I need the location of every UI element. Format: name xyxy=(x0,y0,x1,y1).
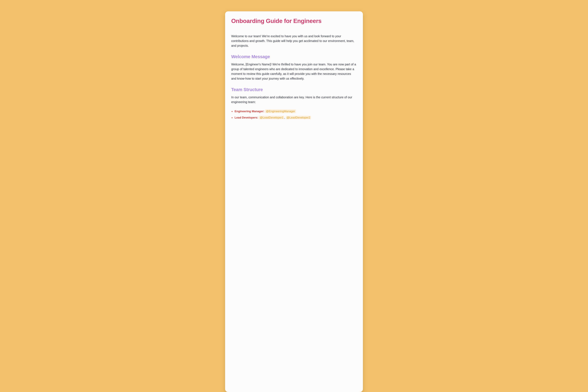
list-item: Lead Developers: @LeadDeveloper1, @LeadD… xyxy=(234,115,357,120)
role-label: Engineering Manager: xyxy=(234,110,264,113)
role-label: Lead Developers: xyxy=(234,116,258,119)
page-title: Onboarding Guide for Engineers xyxy=(231,18,357,25)
mentions-group: @EngineeringManager xyxy=(265,110,296,113)
mentions-group: @LeadDeveloper1, @LeadDeveloper2 xyxy=(259,116,311,119)
list-item: Engineering Manager: @EngineeringManager xyxy=(234,109,357,114)
welcome-body: Welcome, [Engineer's Name]! We're thrill… xyxy=(231,62,357,81)
intro-paragraph: Welcome to our team! We're excited to ha… xyxy=(231,34,357,48)
separator: , xyxy=(284,116,286,119)
section-heading-welcome: Welcome Message xyxy=(231,54,357,59)
team-body: In our team, communication and collabora… xyxy=(231,95,357,104)
mention[interactable]: @LeadDeveloper1 xyxy=(259,116,284,119)
section-heading-team: Team Structure xyxy=(231,87,357,92)
mention[interactable]: @EngineeringManager xyxy=(265,110,296,113)
mention[interactable]: @LeadDeveloper2 xyxy=(286,116,311,119)
team-roles-list: Engineering Manager: @EngineeringManager… xyxy=(231,109,357,120)
document-card: Onboarding Guide for Engineers Welcome t… xyxy=(225,11,363,392)
